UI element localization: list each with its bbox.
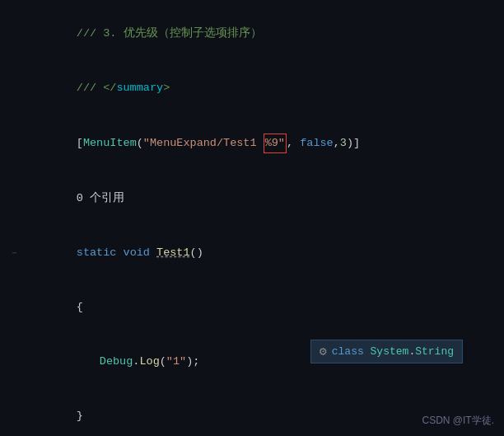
num-3: 3 — [340, 137, 347, 149]
line-6: { — [8, 280, 504, 335]
kw-void-1: void — [124, 246, 150, 259]
line-8-content: } — [20, 389, 504, 436]
line-5: － static void Test1() — [8, 226, 504, 280]
paren-close-1: )] — [347, 137, 360, 149]
paren-open-1: ( — [137, 137, 143, 149]
comment-close-angle: > — [163, 82, 170, 94]
watermark: CSDN @IT学徒. — [422, 414, 494, 428]
line-1-content: /// 3. 优先级（控制子选项排序） — [20, 7, 504, 61]
highlight-9: %9" — [264, 134, 287, 153]
str-log-1: "1" — [166, 355, 186, 368]
tooltip-icon: ⚙ — [320, 344, 327, 359]
code-content: /// 3. 优先级（控制子选项排序） /// </summary> [Menu… — [0, 0, 504, 436]
fold-5[interactable]: － — [8, 244, 20, 262]
tooltip-keyword-class: class — [332, 345, 371, 358]
line-8: } — [8, 389, 504, 436]
string-1a: "MenuExpand/Test1 — [143, 137, 264, 149]
line-4-content: 0 个引用 — [20, 171, 504, 226]
intellisense-tooltip: ⚙ class System.String — [310, 340, 463, 363]
code-editor: /// 3. 优先级（控制子选项排序） /// </summary> [Menu… — [0, 0, 504, 436]
brace-open-1: { — [77, 301, 83, 313]
paren-log-close-1: ); — [186, 355, 199, 368]
tooltip-system: System — [371, 345, 409, 358]
line-2-content: /// </summary> — [20, 61, 504, 115]
line-2: /// </summary> — [8, 61, 504, 115]
line-3: [MenuItem("MenuExpand/Test1 %9", false,3… — [8, 115, 504, 171]
paren-log-1: ( — [160, 355, 166, 368]
comma-2: , — [334, 137, 340, 149]
tooltip-content: class System.String — [332, 345, 454, 358]
comment-summary-close: /// </ — [77, 82, 117, 94]
false-1: false — [300, 137, 334, 149]
line-3-content: [MenuItem("MenuExpand/Test1 %9", false,3… — [20, 115, 504, 171]
debug-class-1: Debug — [100, 355, 133, 368]
brace-close-1: } — [77, 410, 83, 422]
line-1: /// 3. 优先级（控制子选项排序） — [8, 7, 504, 61]
line-5-content: static void Test1() — [20, 226, 504, 280]
summary-tag: summary — [116, 82, 163, 94]
menuitem-attr-1: MenuItem — [83, 137, 137, 149]
tooltip-string-type: String — [415, 345, 454, 358]
line-6-content: { — [20, 280, 504, 335]
ref-count-1: 0 个引用 — [77, 192, 124, 204]
paren-test1: () — [190, 246, 203, 259]
line-4: 0 个引用 — [8, 171, 504, 226]
log-method-1: Log — [139, 355, 159, 368]
kw-static-1: static — [77, 246, 117, 259]
method-test1: Test1 — [156, 246, 190, 259]
bracket-open-1: [ — [77, 137, 83, 149]
comment-priority: /// 3. 优先级（控制子选项排序） — [77, 27, 262, 40]
comma-1: , — [287, 137, 293, 149]
